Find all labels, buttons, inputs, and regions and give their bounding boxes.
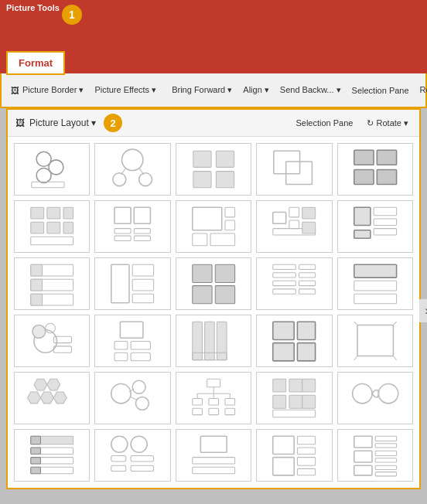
svg-rect-81 (114, 352, 128, 361)
svg-rect-22 (31, 222, 44, 233)
svg-rect-25 (31, 237, 73, 245)
svg-rect-120 (302, 379, 316, 392)
scroll-right[interactable]: › (419, 299, 427, 322)
layout-item[interactable] (176, 143, 251, 196)
svg-rect-23 (47, 222, 60, 233)
layout-item[interactable] (94, 200, 170, 253)
layout-item[interactable] (337, 200, 413, 253)
selection-pane-button[interactable]: Selection Pane (349, 84, 412, 97)
svg-rect-118 (273, 379, 286, 392)
svg-rect-122 (289, 395, 302, 408)
svg-rect-55 (133, 264, 154, 276)
format-tab[interactable]: Format (6, 51, 65, 75)
svg-rect-60 (193, 286, 212, 304)
send-backward-button[interactable]: Send Backw... ▾ (277, 83, 344, 97)
layout-item[interactable] (94, 257, 170, 310)
layout-item[interactable] (337, 372, 413, 424)
svg-rect-79 (114, 342, 128, 350)
picture-layout-label[interactable]: Picture Layout ▾ (29, 117, 96, 128)
layout-item[interactable] (94, 143, 170, 196)
layout-item[interactable] (94, 315, 170, 367)
svg-rect-88 (298, 322, 316, 339)
svg-rect-67 (299, 281, 316, 285)
svg-rect-10 (216, 151, 234, 167)
svg-rect-116 (209, 408, 219, 414)
layout-item[interactable] (256, 372, 332, 424)
svg-rect-21 (63, 207, 73, 219)
rotate-btn2[interactable]: ↻ Rotate ▾ (364, 117, 412, 130)
layout-item[interactable] (337, 143, 413, 196)
svg-rect-145 (298, 436, 316, 444)
svg-rect-14 (286, 162, 313, 185)
svg-rect-26 (114, 207, 131, 223)
svg-rect-9 (193, 151, 211, 167)
selection-pane-btn2[interactable]: Selection Pane (292, 117, 356, 129)
picture-effects-button[interactable]: Picture Effects ▾ (91, 83, 159, 97)
layout-item[interactable] (337, 429, 413, 482)
align-button[interactable]: Align ▾ (240, 83, 272, 97)
layout-item[interactable] (256, 200, 332, 253)
layout-item[interactable] (14, 143, 90, 196)
layout-item[interactable] (256, 429, 332, 482)
svg-rect-62 (273, 264, 296, 269)
layout-item[interactable] (94, 429, 170, 482)
layout-item[interactable] (14, 257, 90, 310)
layout-item[interactable] (94, 372, 170, 424)
svg-marker-100 (53, 392, 67, 404)
svg-rect-156 (354, 465, 371, 475)
svg-rect-49 (31, 264, 43, 276)
svg-rect-152 (375, 444, 396, 448)
layout-item[interactable] (14, 315, 90, 367)
svg-rect-148 (298, 458, 316, 466)
badge-2: 2 (104, 114, 122, 132)
svg-point-4 (122, 149, 143, 170)
layout-item[interactable] (256, 257, 332, 310)
svg-rect-112 (193, 399, 203, 405)
layout-item[interactable] (14, 429, 90, 482)
svg-rect-13 (274, 151, 300, 174)
svg-rect-18 (377, 170, 396, 185)
layout-item[interactable] (14, 372, 90, 424)
layout-item[interactable] (337, 315, 413, 367)
layout-item[interactable] (176, 429, 251, 482)
svg-marker-97 (47, 379, 60, 390)
svg-rect-20 (47, 207, 60, 219)
svg-rect-77 (53, 346, 71, 352)
svg-line-105 (131, 397, 137, 400)
svg-rect-124 (273, 410, 316, 417)
bring-forward-button[interactable]: Bring Forward ▾ (169, 83, 235, 97)
layout-item[interactable] (14, 200, 90, 253)
svg-point-5 (113, 173, 126, 186)
svg-rect-47 (354, 230, 370, 239)
ribbon-toolbar: 🖼 Picture Border ▾ Picture Effects ▾ Bri… (0, 73, 427, 108)
layout-item[interactable] (337, 257, 413, 310)
svg-rect-121 (273, 395, 286, 408)
svg-rect-150 (354, 436, 371, 448)
svg-rect-114 (225, 399, 235, 405)
svg-rect-59 (215, 264, 234, 282)
svg-rect-57 (133, 294, 154, 303)
svg-rect-30 (114, 236, 131, 240)
svg-line-93 (393, 322, 396, 325)
svg-rect-123 (302, 395, 316, 408)
svg-rect-69 (299, 289, 316, 294)
layout-item[interactable] (256, 143, 332, 196)
svg-rect-56 (133, 279, 154, 291)
layout-item[interactable] (256, 315, 332, 367)
rotate-button[interactable]: Rotate ▾ (417, 83, 427, 97)
layout-item[interactable] (176, 200, 251, 253)
svg-rect-113 (209, 399, 219, 405)
svg-rect-58 (193, 264, 212, 282)
svg-rect-51 (31, 279, 43, 291)
svg-rect-43 (354, 207, 370, 225)
svg-rect-119 (289, 379, 302, 392)
layout-item[interactable] (176, 315, 251, 367)
layout-item[interactable] (176, 372, 251, 424)
layout-item[interactable] (176, 257, 251, 310)
svg-line-8 (139, 168, 144, 174)
picture-border-button[interactable]: 🖼 Picture Border ▾ (8, 83, 87, 97)
picture-border-icon: 🖼 (11, 86, 19, 95)
svg-point-74 (32, 325, 46, 338)
svg-rect-71 (354, 281, 396, 291)
svg-rect-31 (135, 236, 151, 240)
